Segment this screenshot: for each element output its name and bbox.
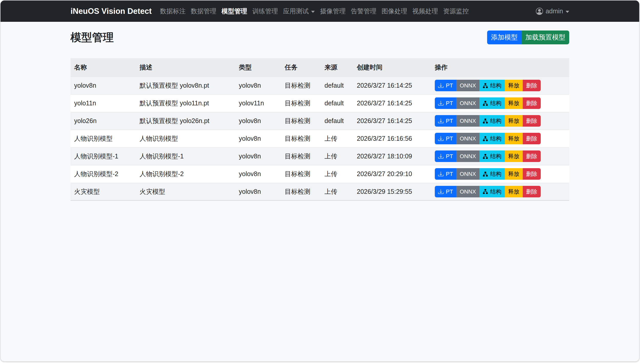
cell-task: 目标检测	[281, 77, 321, 94]
cell-name: 人物识别模型	[71, 130, 136, 147]
structure-button[interactable]: 结构	[479, 80, 505, 91]
cell-created_at: 2026/3/27 20:29:10	[353, 165, 431, 183]
button-label: PT	[446, 117, 453, 125]
table-row: 人物识别模型人物识别模型yolov8n目标检测上传2026/3/27 16:16…	[71, 130, 569, 147]
structure-button[interactable]: 结构	[479, 168, 505, 180]
release-button[interactable]: 释放	[505, 168, 523, 180]
download-pt-button[interactable]: PT	[435, 186, 456, 197]
delete-button[interactable]: 删除	[523, 186, 541, 197]
table-row: yolo26n默认预置模型 yolo26n.ptyolov8n目标检测defau…	[71, 112, 569, 130]
nav-item-data-annotation[interactable]: 数据标注	[157, 7, 188, 15]
nav-item-app-test[interactable]: 应用测试	[280, 7, 317, 15]
brand[interactable]: iNeuOS Vision Detect	[71, 7, 152, 16]
button-label: PT	[446, 99, 453, 107]
button-label: 结构	[490, 99, 501, 107]
caret-down-icon	[311, 11, 315, 13]
user-menu[interactable]: admin	[536, 7, 569, 15]
button-label: 释放	[508, 170, 519, 178]
cell-created_at: 2026/3/27 18:10:09	[353, 147, 431, 165]
cell-created_at: 2026/3/29 15:29:55	[353, 183, 431, 200]
cell-name: yolo26n	[71, 112, 136, 130]
cell-description: 人物识别模型-1	[136, 147, 235, 165]
cell-created_at: 2026/3/27 16:14:25	[353, 112, 431, 130]
delete-button[interactable]: 删除	[523, 150, 541, 162]
release-button[interactable]: 释放	[505, 133, 523, 144]
delete-button[interactable]: 删除	[523, 133, 541, 144]
button-label: 删除	[526, 152, 537, 160]
cell-source: default	[321, 77, 353, 94]
release-button[interactable]: 释放	[505, 97, 523, 109]
download-onnx-button[interactable]: ONNX	[456, 97, 479, 109]
delete-button[interactable]: 删除	[523, 115, 541, 127]
cell-actions: PTONNX结构释放删除	[431, 77, 569, 94]
button-label: 删除	[526, 81, 537, 90]
cell-description: 人物识别模型-2	[136, 165, 235, 183]
button-label: 删除	[526, 99, 537, 107]
nav-item-camera-management[interactable]: 摄像管理	[317, 7, 348, 15]
release-button[interactable]: 释放	[505, 186, 523, 197]
button-label: 结构	[490, 117, 501, 125]
cell-actions: PTONNX结构释放删除	[431, 183, 569, 200]
button-label: ONNX	[460, 187, 476, 196]
diagram-icon	[483, 118, 488, 124]
download-onnx-button[interactable]: ONNX	[456, 133, 479, 144]
nav-item-model-management[interactable]: 模型管理	[219, 7, 250, 15]
download-pt-button[interactable]: PT	[435, 168, 456, 180]
download-pt-button[interactable]: PT	[435, 115, 456, 127]
delete-button[interactable]: 删除	[523, 168, 541, 180]
download-onnx-button[interactable]: ONNX	[456, 186, 479, 197]
button-label: 释放	[508, 187, 519, 196]
structure-button[interactable]: 结构	[479, 186, 505, 197]
load-preset-models-button[interactable]: 加载预置模型	[521, 31, 569, 44]
button-label: 结构	[490, 170, 501, 178]
download-icon	[438, 100, 444, 106]
download-icon	[438, 189, 444, 194]
download-pt-button[interactable]: PT	[435, 97, 456, 109]
nav-links: 数据标注数据管理模型管理训练管理应用测试摄像管理告警管理图像处理视频处理资源监控	[157, 7, 471, 15]
button-label: ONNX	[460, 170, 476, 178]
button-label: 删除	[526, 117, 537, 125]
button-label: 结构	[490, 152, 501, 160]
button-label: 释放	[508, 99, 519, 107]
cell-description: 默认预置模型 yolo11n.pt	[136, 94, 235, 112]
release-button[interactable]: 释放	[505, 150, 523, 162]
nav-item-video-processing[interactable]: 视频处理	[410, 7, 440, 15]
nav-item-resource-monitor[interactable]: 资源监控	[440, 7, 471, 15]
button-label: 释放	[508, 117, 519, 125]
page-title: 模型管理	[71, 30, 114, 45]
table-row: 火灾模型火灾模型yolov8n目标检测上传2026/3/29 15:29:55P…	[71, 183, 569, 200]
delete-button[interactable]: 删除	[523, 97, 541, 109]
download-onnx-button[interactable]: ONNX	[456, 168, 479, 180]
cell-actions: PTONNX结构释放删除	[431, 130, 569, 147]
structure-button[interactable]: 结构	[479, 97, 505, 109]
structure-button[interactable]: 结构	[479, 150, 505, 162]
row-actions-group: PTONNX结构释放删除	[435, 80, 541, 91]
add-model-button[interactable]: 添加模型	[487, 31, 521, 44]
table-row: yolo11n默认预置模型 yolo11n.ptyolov11n目标检测defa…	[71, 94, 569, 112]
diagram-icon	[483, 189, 488, 194]
user-name: admin	[546, 7, 563, 15]
delete-button[interactable]: 删除	[523, 80, 541, 91]
row-actions-group: PTONNX结构释放删除	[435, 186, 541, 197]
cell-created_at: 2026/3/27 16:14:25	[353, 94, 431, 112]
nav-item-image-processing[interactable]: 图像处理	[379, 7, 410, 15]
download-onnx-button[interactable]: ONNX	[456, 150, 479, 162]
download-pt-button[interactable]: PT	[435, 80, 456, 91]
nav-item-data-management[interactable]: 数据管理	[188, 7, 219, 15]
download-pt-button[interactable]: PT	[435, 150, 456, 162]
cell-type: yolov8n	[235, 147, 281, 165]
cell-task: 目标检测	[281, 165, 321, 183]
download-onnx-button[interactable]: ONNX	[456, 115, 479, 127]
nav-item-training-management[interactable]: 训练管理	[250, 7, 280, 15]
download-onnx-button[interactable]: ONNX	[456, 80, 479, 91]
cell-created_at: 2026/3/27 16:16:56	[353, 130, 431, 147]
nav-item-label: 告警管理	[351, 7, 376, 15]
release-button[interactable]: 释放	[505, 80, 523, 91]
button-label: PT	[446, 152, 453, 160]
button-label: 结构	[490, 81, 501, 90]
structure-button[interactable]: 结构	[479, 133, 505, 144]
release-button[interactable]: 释放	[505, 115, 523, 127]
download-pt-button[interactable]: PT	[435, 133, 456, 144]
structure-button[interactable]: 结构	[479, 115, 505, 127]
nav-item-alarm-management[interactable]: 告警管理	[348, 7, 379, 15]
